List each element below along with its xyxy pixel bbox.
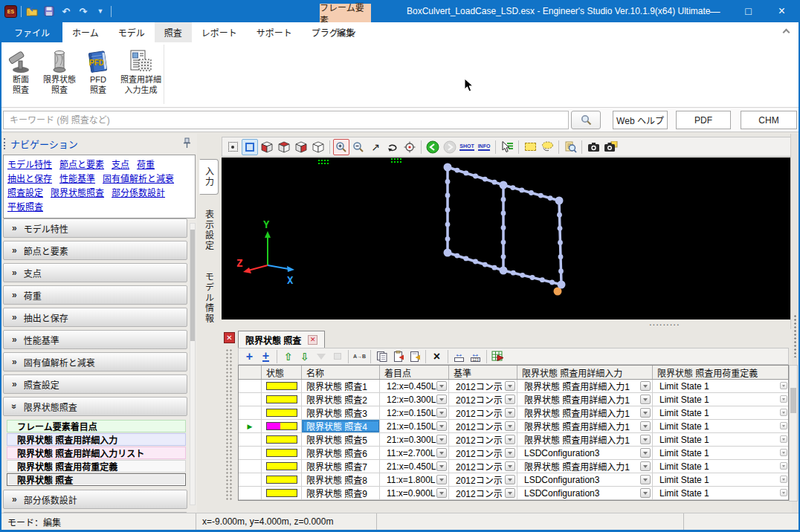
move-down-icon[interactable]: ⇩ <box>297 349 312 364</box>
redo-icon[interactable]: ↷ <box>77 4 90 19</box>
status-cell[interactable] <box>262 393 302 406</box>
detail-input-cell[interactable]: 限界状態 照査用詳細入力1 <box>517 393 653 406</box>
focus-point-cell[interactable]: 11:x=0.900L <box>380 487 449 499</box>
view-wire-icon[interactable] <box>310 139 326 155</box>
nav-link[interactable]: 限界状態照査 <box>51 186 104 201</box>
dropdown-icon[interactable] <box>640 475 651 484</box>
ribbon-tab-2[interactable]: ホーム <box>62 22 109 42</box>
paste-insert-icon[interactable] <box>407 349 422 364</box>
dock-tab-2[interactable]: 表示設定 <box>199 202 219 259</box>
save-icon[interactable] <box>42 4 56 19</box>
drag-grip-icon[interactable] <box>4 138 6 149</box>
status-cell[interactable] <box>262 420 302 432</box>
zoom-extents-icon[interactable] <box>242 139 258 155</box>
rotate-view-icon[interactable] <box>384 139 401 155</box>
search-button[interactable] <box>571 111 601 129</box>
undo-icon[interactable]: ↶ <box>59 4 73 19</box>
accordion-section-7[interactable]: »固有値解析と減衰 <box>3 352 187 372</box>
dropdown-icon[interactable] <box>780 382 787 389</box>
column-header-2[interactable]: 状態 <box>262 366 302 379</box>
delete-row-icon[interactable]: × <box>429 349 445 364</box>
status-cell[interactable] <box>262 433 302 446</box>
nav-subitem[interactable]: 限界状態 照査 <box>7 473 186 486</box>
dropdown-icon[interactable] <box>640 381 651 391</box>
accordion-section-2[interactable]: »節点と要素 <box>3 241 187 260</box>
name-cell[interactable]: 限界状態 照査6 <box>302 447 380 459</box>
close-button[interactable]: × <box>765 0 799 22</box>
focus-point-cell[interactable]: 21:x=0.150L <box>380 420 449 432</box>
nav-link[interactable]: 荷重 <box>137 158 155 172</box>
minimize-button[interactable]: — <box>698 0 732 22</box>
view-top-icon[interactable] <box>276 139 292 155</box>
load-definition-cell[interactable]: Limit State 1 <box>653 433 788 446</box>
select-nodes-icon[interactable] <box>225 139 241 155</box>
load-definition-cell[interactable]: Limit State 1 <box>653 406 788 419</box>
nav-link[interactable]: 部分係数設計 <box>112 186 165 201</box>
dropdown-icon[interactable] <box>640 421 651 431</box>
detail-input-cell[interactable]: LSDConfiguration3 <box>517 487 653 499</box>
column-header-7[interactable]: 限界状態 照査用荷重定義 <box>653 366 788 379</box>
status-cell[interactable] <box>262 473 302 486</box>
dropdown-icon[interactable] <box>780 422 787 429</box>
ribbon-tab-4[interactable]: 照査 <box>155 22 192 42</box>
paste-icon[interactable] <box>390 349 406 364</box>
dropdown-icon[interactable] <box>780 409 787 416</box>
name-cell[interactable]: 限界状態 照査5 <box>302 433 380 446</box>
detail-input-cell[interactable]: LSDConfiguration3 <box>517 447 653 459</box>
load-definition-cell[interactable]: Limit State 1 <box>653 487 788 499</box>
accordion-section-4[interactable]: »荷重 <box>3 285 187 305</box>
dropdown-icon[interactable] <box>505 435 515 444</box>
pointer-select-icon[interactable] <box>499 139 515 155</box>
scrollbar-thumb[interactable] <box>790 388 796 413</box>
name-cell[interactable]: 限界状態 照査7 <box>302 460 380 473</box>
nav-subitem[interactable]: 限界状態 照査用詳細入力リスト <box>7 447 186 459</box>
focus-point-cell[interactable]: 11:x=1.800L <box>380 473 449 486</box>
view-iso-icon[interactable] <box>259 139 275 155</box>
column-header-4[interactable]: 着目点 <box>380 366 449 379</box>
nav-link[interactable]: 照査設定 <box>7 186 43 201</box>
standard-cell[interactable]: 2012コン示 <box>449 473 517 486</box>
ribbon-button-1[interactable]: 断面照査 <box>4 44 37 105</box>
ribbon-tab-8[interactable]: 編集 <box>321 22 370 42</box>
copy-icon[interactable] <box>374 349 390 364</box>
accordion-section-8[interactable]: »照査設定 <box>3 374 187 394</box>
focus-point-cell[interactable]: 21:x=0.450L <box>380 460 449 473</box>
dropdown-icon[interactable] <box>436 408 447 418</box>
column-header-5[interactable]: 基準 <box>449 366 517 379</box>
status-cell[interactable] <box>262 447 302 459</box>
dropdown-icon[interactable] <box>640 408 651 418</box>
nav-subitem[interactable]: フレーム要素着目点 <box>7 420 186 432</box>
dropdown-icon[interactable] <box>436 421 447 431</box>
nav-link[interactable]: 固有値解析と減衰 <box>103 172 174 186</box>
detail-input-cell[interactable]: LSDConfiguration3 <box>517 473 653 486</box>
nav-link[interactable]: 性能基準 <box>59 172 95 186</box>
dropdown-icon[interactable] <box>640 461 651 471</box>
auto-rename-icon[interactable]: A→B <box>352 349 367 364</box>
export-table-icon[interactable] <box>490 349 506 364</box>
open-file-icon[interactable] <box>25 4 39 19</box>
accordion-section-6[interactable]: »性能基準 <box>3 330 187 349</box>
center-view-icon[interactable] <box>401 139 418 155</box>
chm-help-button[interactable]: CHM <box>741 111 797 129</box>
dropdown-icon[interactable] <box>640 435 651 444</box>
pdf-help-button[interactable]: PDF <box>676 111 731 129</box>
load-definition-cell[interactable]: Limit State 1 <box>653 460 788 473</box>
dropdown-icon[interactable] <box>780 435 787 443</box>
dropdown-icon[interactable] <box>505 395 515 404</box>
filter-icon[interactable] <box>313 349 329 364</box>
dropdown-icon[interactable] <box>780 489 787 496</box>
rect-select-icon[interactable] <box>522 139 538 155</box>
accordion-section-10[interactable]: »部分係数設計 <box>3 490 187 509</box>
column-header-3[interactable]: 名称 <box>302 366 380 379</box>
right-dock-grip-icon[interactable] <box>793 314 797 357</box>
status-cell[interactable] <box>262 380 302 392</box>
load-definition-cell[interactable]: Limit State 1 <box>653 420 788 432</box>
collapse-ribbon-icon[interactable] <box>784 30 790 36</box>
dropdown-icon[interactable] <box>436 488 447 498</box>
dropdown-icon[interactable] <box>780 395 787 403</box>
status-cell[interactable] <box>262 406 302 419</box>
nav-link[interactable]: 平板照査 <box>7 201 43 215</box>
dropdown-icon[interactable] <box>640 395 651 404</box>
nav-subitem[interactable]: 限界状態 照査用詳細入力 <box>7 433 186 446</box>
add-multiple-rows-icon[interactable]: + <box>258 349 274 364</box>
